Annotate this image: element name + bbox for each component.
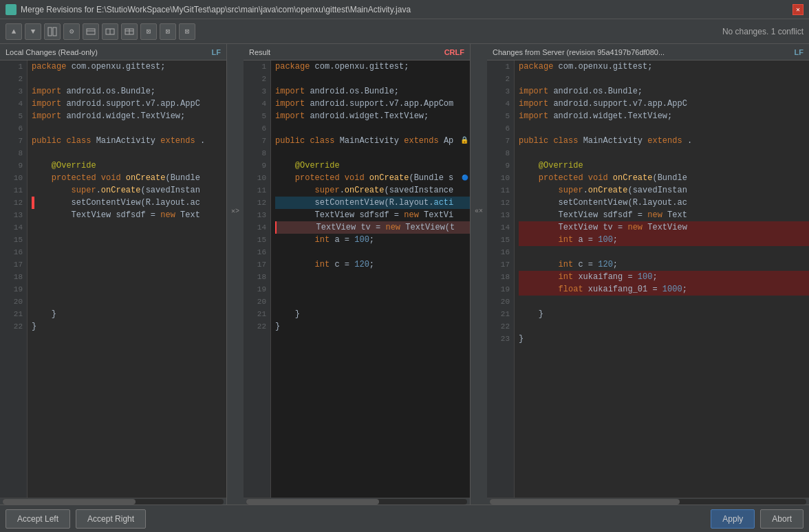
bottom-bar: Accept Left Accept Right Apply Abort: [0, 505, 809, 532]
center-line-10: protected void onCreate(Bundle s🔵: [275, 172, 470, 184]
right-line-6: [519, 122, 809, 135]
right-panel: Changes from Server (revision 95a4197b76…: [487, 44, 809, 505]
next-change-button[interactable]: ▼: [25, 23, 41, 40]
left-line-6: [32, 122, 226, 135]
center-line-19: [275, 283, 470, 296]
right-line-numbers: 12345 678910 1112131415 1617181920 21222…: [487, 60, 515, 498]
right-panel-body: 12345 678910 1112131415 1617181920 21222…: [487, 60, 809, 498]
left-panel-body: 12345 678910 1112131415 1617181920 2122 …: [0, 60, 226, 498]
center-line-numbers: 12345 678910 1112131415 1617181920 2122: [244, 60, 271, 498]
left-line-2: [32, 73, 226, 85]
left-panel-header: Local Changes (Read-only) LF: [0, 44, 226, 60]
left-line-16: [32, 246, 226, 258]
right-line-5: import android.widget.TextView;: [519, 110, 809, 122]
center-line-6: [275, 122, 470, 135]
window-title: Merge Revisions for E:\StutioWorkSpace\M…: [21, 5, 792, 14]
action3-button[interactable]: [121, 23, 138, 40]
left-arrows-col: ✕>: [227, 44, 244, 505]
center-line-18: [275, 271, 470, 283]
left-panel-label: LF: [212, 48, 221, 56]
center-line-1: package com.openxu.gittest;: [275, 60, 470, 73]
left-line-22: }: [32, 320, 226, 333]
left-line-13: TextView sdfsdf = new Text: [32, 209, 226, 221]
left-line-10: protected void onCreate(Bundle: [32, 172, 226, 184]
right-line-22: [519, 320, 809, 333]
right-arrows-col: «×: [471, 44, 487, 505]
center-scrollbar[interactable]: [244, 498, 470, 505]
conflict2-button[interactable]: ⊠: [160, 23, 176, 40]
prev-change-button[interactable]: ▲: [6, 23, 22, 40]
toolbar: ▲ ▼ ⚙ ⊠ ⊠ ⊠ No changes. 1 conflict: [0, 19, 809, 44]
center-line-2: [275, 73, 470, 85]
right-line-3: import android.os.Bundle;: [519, 85, 809, 98]
close-button[interactable]: ✕: [792, 4, 803, 15]
center-line-8: [275, 147, 470, 159]
center-line-12: setContentView(R.layout.acti: [275, 197, 470, 209]
left-line-15: [32, 234, 226, 246]
center-panel-header: Result CRLF: [244, 44, 470, 60]
right-scrollbar[interactable]: [487, 498, 809, 505]
left-scrollbar[interactable]: [0, 498, 226, 505]
center-line-7: public class MainActivity extends Ap🔒: [275, 135, 470, 147]
center-line-20: [275, 296, 470, 308]
right-code-lines: package com.openxu.gittest; import andro…: [515, 60, 809, 498]
right-panel-label: LF: [795, 48, 803, 56]
title-bar: Merge Revisions for E:\StutioWorkSpace\M…: [0, 0, 809, 19]
left-line-9: @Override: [32, 159, 226, 172]
app-icon: [6, 4, 17, 15]
settings-button[interactable]: ⚙: [63, 23, 80, 40]
center-line-17: int c = 120;: [275, 258, 470, 271]
center-line-21: }: [275, 308, 470, 320]
left-line-20: [32, 296, 226, 308]
center-line-16: [275, 246, 470, 258]
right-line-23: }: [519, 333, 809, 345]
right-line-19: float xukaifang_01 = 1000;: [519, 283, 809, 296]
conflict-arrow-right[interactable]: «×: [475, 205, 483, 217]
svg-rect-2: [87, 29, 95, 34]
right-line-10: protected void onCreate(Bundle: [519, 172, 809, 184]
abort-button[interactable]: Abort: [760, 509, 803, 529]
main-content: Local Changes (Read-only) LF 12345 67891…: [0, 44, 809, 505]
right-panel-title: Changes from Server (revision 95a4197b76…: [493, 48, 665, 56]
view-toggle-button[interactable]: [44, 23, 61, 40]
left-panel-title: Local Changes (Read-only): [6, 48, 98, 56]
center-line-11: super.onCreate(savedInstance: [275, 184, 470, 197]
svg-rect-0: [48, 27, 52, 36]
center-code-lines: package com.openxu.gittest; import andro…: [271, 60, 470, 498]
conflict3-button[interactable]: ⊠: [179, 23, 195, 40]
right-line-13: TextView sdfsdf = new Text: [519, 209, 809, 221]
accept-left-button[interactable]: Accept Left: [6, 509, 70, 529]
center-line-5: import android.widget.TextView;: [275, 110, 470, 122]
center-line-14: TextView tv = new TextView(t: [275, 221, 470, 234]
left-line-19: [32, 283, 226, 296]
action1-button[interactable]: [83, 23, 99, 40]
center-panel-label: CRLF: [444, 48, 464, 56]
action2-button[interactable]: [102, 23, 118, 40]
conflict-arrow-left[interactable]: ✕>: [231, 205, 239, 217]
left-line-7: public class MainActivity extends .: [32, 135, 226, 147]
right-line-20: [519, 296, 809, 308]
center-panel-title: Result: [249, 48, 270, 56]
right-line-14: TextView tv = new TextView: [519, 221, 809, 234]
left-line-numbers: 12345 678910 1112131415 1617181920 2122: [0, 60, 28, 498]
right-line-18: int xukaifang = 100;: [519, 271, 809, 283]
left-line-4: import android.support.v7.app.AppC: [32, 98, 226, 110]
right-line-12: setContentView(R.layout.ac: [519, 197, 809, 209]
center-line-4: import android.support.v7.app.AppCom: [275, 98, 470, 110]
right-line-8: [519, 147, 809, 159]
right-line-15: int a = 100;: [519, 234, 809, 246]
accept-right-button[interactable]: Accept Right: [76, 509, 146, 529]
left-line-14: [32, 221, 226, 234]
left-line-8: [32, 147, 226, 159]
apply-button[interactable]: Apply: [711, 509, 755, 529]
right-panel-header: Changes from Server (revision 95a4197b76…: [487, 44, 809, 60]
center-line-9: @Override: [275, 159, 470, 172]
left-line-3: import android.os.Bundle;: [32, 85, 226, 98]
center-line-22: }: [275, 320, 470, 333]
status-text: No changes. 1 conflict: [722, 27, 803, 36]
conflict1-button[interactable]: ⊠: [140, 23, 157, 40]
right-line-4: import android.support.v7.app.AppC: [519, 98, 809, 110]
right-line-9: @Override: [519, 159, 809, 172]
left-line-17: [32, 258, 226, 271]
right-line-17: int c = 120;: [519, 258, 809, 271]
